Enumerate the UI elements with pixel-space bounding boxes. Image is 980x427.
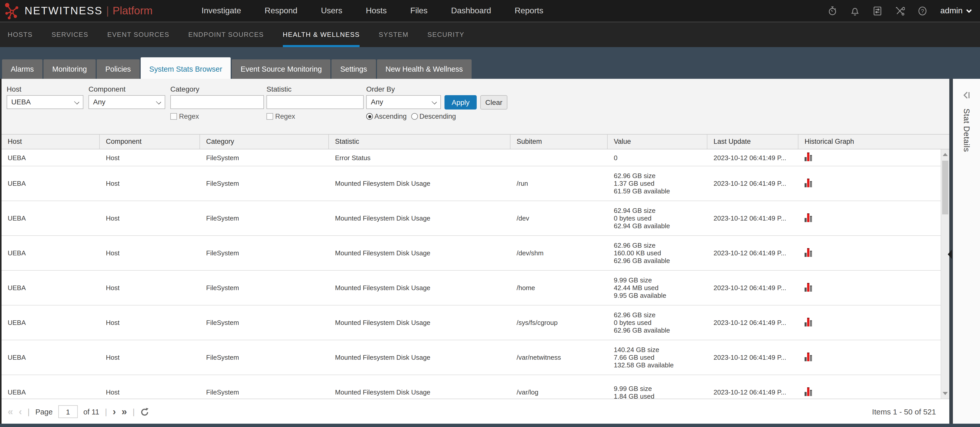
menu-reports[interactable]: Reports [515,6,543,15]
table-row[interactable]: UEBAHostFileSystemMounted Filesystem Dis… [2,236,940,271]
nav-item-services[interactable]: SERVICES [52,22,89,47]
cell-host: UEBA [2,180,100,187]
nav-item-security[interactable]: SECURITY [427,22,464,47]
previous-page-button[interactable]: ‹ [19,407,22,416]
order-by-select[interactable]: Any [366,95,441,109]
scroll-down-arrow[interactable] [943,392,948,395]
table-row[interactable]: UEBAHostFileSystemMounted Filesystem Dis… [2,201,940,236]
tab-settings[interactable]: Settings [331,59,376,79]
tab-monitoring[interactable]: Monitoring [43,59,95,79]
jobs-icon[interactable] [873,6,883,16]
tab-event-source-monitoring[interactable]: Event Source Monitoring [232,59,331,79]
historical-graph-icon[interactable] [805,248,812,257]
statistic-regex-checkbox[interactable] [266,113,273,120]
cell-last-update: 2023-10-12 06:41:49 P... [707,284,799,292]
column-header-value[interactable]: Value [608,135,707,149]
table-row[interactable]: UEBAHostFileSystemError Status02023-10-1… [2,150,940,166]
panel-collapse-handle[interactable] [948,250,952,259]
table-body: UEBAHostFileSystemError Status02023-10-1… [2,150,949,398]
cell-category: FileSystem [200,214,329,222]
ascending-radio[interactable] [366,113,373,120]
menu-hosts[interactable]: Hosts [366,6,387,15]
cell-last-update: 2023-10-12 06:41:49 P... [707,388,799,396]
notifications-icon[interactable] [850,6,860,16]
cell-subitem: /sys/fs/cgroup [511,319,608,327]
cell-historical-graph [799,283,940,293]
column-header-historical-graph[interactable]: Historical Graph [799,135,949,149]
column-header-category[interactable]: Category [200,135,329,149]
menu-files[interactable]: Files [410,6,428,15]
refresh-icon[interactable] [140,407,150,416]
panel-expand-icon[interactable] [962,91,971,101]
cell-historical-graph [799,213,940,223]
descending-radio[interactable] [411,113,418,120]
menu-respond[interactable]: Respond [265,6,298,15]
scrollbar-thumb[interactable] [942,161,948,214]
user-menu[interactable]: admin [940,6,972,15]
cell-component: Host [100,388,200,396]
host-select[interactable]: UEBA [6,95,83,109]
table-row[interactable]: UEBAHostFileSystemMounted Filesystem Dis… [2,375,940,398]
table-row[interactable]: UEBAHostFileSystemMounted Filesystem Dis… [2,166,940,201]
tools-icon[interactable] [895,6,905,16]
tab-new-health-wellness[interactable]: New Health & Wellness [377,59,472,79]
category-input[interactable] [170,95,264,109]
nav-item-hosts[interactable]: HOSTS [8,22,33,47]
tab-policies[interactable]: Policies [97,59,140,79]
cell-component: Host [100,180,200,187]
menu-investigate[interactable]: Investigate [202,6,241,15]
brand-logo[interactable]: NETWITNESS | Platform [4,0,153,21]
historical-graph-icon[interactable] [805,352,812,361]
column-header-statistic[interactable]: Statistic [329,135,511,149]
table-row[interactable]: UEBAHostFileSystemMounted Filesystem Dis… [2,306,940,340]
cell-category: FileSystem [200,319,329,327]
cell-value: 62.96 GB size1.37 GB used61.59 GB availa… [608,172,707,195]
tab-system-stats-browser[interactable]: System Stats Browser [141,57,231,80]
historical-graph-icon[interactable] [805,178,812,187]
last-page-button[interactable]: » [121,407,127,416]
historical-graph-icon[interactable] [805,317,812,326]
statistic-input[interactable] [266,95,364,109]
chevron-down-icon [966,9,972,13]
historical-graph-icon[interactable] [805,153,812,161]
historical-graph-icon[interactable] [805,213,812,222]
panel-divider[interactable] [949,79,953,424]
historical-graph-icon[interactable] [805,387,812,396]
scroll-up-arrow[interactable] [943,153,948,156]
menu-users[interactable]: Users [321,6,342,15]
cell-component: Host [100,154,200,161]
nav-item-health-wellness[interactable]: HEALTH & WELLNESS [283,22,360,47]
nav-item-system[interactable]: SYSTEM [379,22,409,47]
brand-name: NETWITNESS [25,5,103,17]
clear-button[interactable]: Clear [480,95,508,110]
component-select[interactable]: Any [89,95,165,109]
timer-icon[interactable] [828,6,838,16]
nav-item-event-sources[interactable]: EVENT SOURCES [107,22,169,47]
help-icon[interactable]: ? [918,6,928,16]
cell-component: Host [100,354,200,361]
nav-item-endpoint-sources[interactable]: ENDPOINT SOURCES [188,22,264,47]
category-regex-checkbox[interactable] [170,113,177,120]
column-header-host[interactable]: Host [2,135,100,149]
column-header-component[interactable]: Component [100,135,200,149]
column-header-subitem[interactable]: Subitem [511,135,608,149]
order-by-filter-label: Order By [366,85,395,93]
apply-button[interactable]: Apply [444,95,477,110]
tab-alarms[interactable]: Alarms [2,59,43,79]
column-header-last-update[interactable]: Last Update [707,135,799,149]
svg-text:?: ? [921,8,924,14]
first-page-button[interactable]: « [8,407,13,416]
table-scrollbar[interactable] [940,150,949,398]
menu-dashboard[interactable]: Dashboard [451,6,491,15]
category-filter-label: Category [170,85,199,93]
pager: « ‹ | Page of 11 | › » | [8,399,150,424]
historical-graph-icon[interactable] [805,283,812,292]
cell-component: Host [100,284,200,292]
next-page-button[interactable]: › [113,407,116,416]
cell-historical-graph [799,387,940,397]
cell-value: 9.99 GB size1.84 GB used [608,384,707,398]
cell-last-update: 2023-10-12 06:41:49 P... [707,249,799,257]
table-row[interactable]: UEBAHostFileSystemMounted Filesystem Dis… [2,340,940,375]
page-number-input[interactable] [58,405,78,418]
table-row[interactable]: UEBAHostFileSystemMounted Filesystem Dis… [2,271,940,306]
